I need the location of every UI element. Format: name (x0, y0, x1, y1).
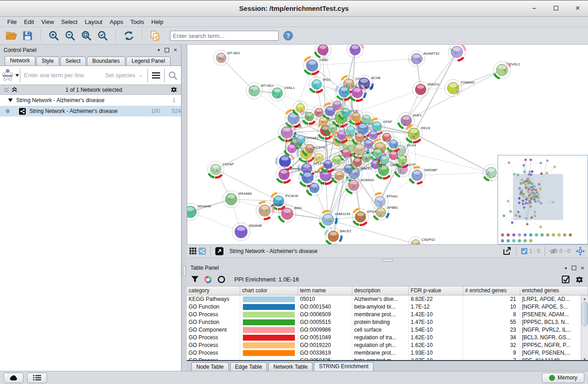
network-node-bace2[interactable]: BACE2 (325, 228, 351, 244)
tab-legend-panel[interactable]: Legend Panel (126, 56, 171, 66)
singleton-node[interactable] (535, 234, 538, 236)
menu-layout[interactable]: Layout (81, 19, 106, 25)
menu-select[interactable]: Select (57, 19, 81, 25)
singleton-node[interactable] (512, 239, 515, 242)
table-row[interactable]: KEGG Pathways05010Alzheimer's dise...8.8… (187, 295, 588, 303)
search-input[interactable] (170, 31, 279, 41)
export-network-icon[interactable] (503, 247, 512, 256)
network-options-gear-icon[interactable] (171, 86, 177, 93)
tab-style[interactable]: Style (36, 56, 59, 66)
table-scrollbar[interactable]: ▲ ▼ (581, 295, 588, 360)
float-panel-icon[interactable]: ▾ (565, 266, 567, 271)
singleton-node[interactable] (507, 234, 509, 236)
tab-boundaries[interactable]: Boundaries (87, 56, 125, 66)
column-header-fdr-p-value[interactable]: FDR p-value (409, 286, 463, 295)
singleton-node[interactable] (501, 234, 504, 236)
tab-edge-table[interactable]: Edge Table (230, 362, 267, 371)
zoom-in-icon[interactable] (47, 29, 61, 42)
close-icon[interactable]: ✕ (574, 4, 582, 12)
ring-icon[interactable] (218, 276, 225, 283)
close-panel-icon[interactable]: ✕ (581, 266, 584, 271)
network-edge[interactable] (216, 169, 279, 201)
table-row[interactable]: GO FunctionGO:0005515protein binding1.47… (187, 318, 588, 326)
dock-panel-icon[interactable] (165, 48, 169, 52)
splitter-handle[interactable] (382, 259, 393, 262)
network-collection-row[interactable]: String Network - Alzheimer's disease 1 (0, 95, 181, 106)
table-row[interactable]: GO ProcessGO:0019220regulation of ph...1… (187, 342, 588, 349)
table-row[interactable]: GO ComponentGO:0009986cell surface1.54E-… (187, 326, 588, 334)
minimize-icon[interactable]: – (530, 4, 538, 12)
network-node[interactable] (448, 45, 465, 61)
select-columns-checkbox-icon[interactable] (562, 276, 570, 284)
singleton-node[interactable] (569, 234, 572, 236)
refresh-icon[interactable] (122, 29, 136, 42)
scroll-up-icon[interactable]: ▲ (581, 295, 588, 302)
birds-eye-view[interactable] (498, 155, 588, 244)
filter-funnel-icon[interactable] (191, 276, 199, 283)
column-header--enriched-genes[interactable]: # enriched genes (463, 286, 520, 295)
network-node-pvrl2[interactable]: PVRL2 (493, 61, 520, 79)
singleton-node[interactable] (541, 234, 543, 236)
open-folder-icon[interactable] (5, 29, 18, 42)
network-node-adamts2[interactable]: ADAMTS2 (408, 51, 440, 67)
network-node-tomm40[interactable]: TOMM40 (445, 80, 474, 97)
settings-gear-icon[interactable] (575, 276, 583, 284)
tab-select[interactable]: Select (60, 56, 86, 66)
network-node-ms4a4a[interactable]: MS4A4A (187, 203, 211, 220)
network-node-mt-nd2[interactable]: MT-ND2 (213, 50, 240, 66)
tree-expand-icon[interactable] (8, 98, 13, 102)
singleton-node[interactable] (552, 234, 555, 236)
tab-network[interactable]: Network (5, 56, 35, 66)
network-edge[interactable] (287, 214, 328, 220)
menu-view[interactable]: View (38, 19, 57, 25)
network-edge[interactable] (400, 150, 491, 173)
singleton-node[interactable] (518, 234, 521, 236)
network-node-cadps2[interactable]: CADPS2 (408, 237, 435, 244)
column-header-enriched-genes[interactable]: enriched genes (520, 286, 588, 295)
singleton-node[interactable] (501, 239, 504, 242)
singleton-node[interactable] (524, 239, 526, 242)
collapse-all-icon[interactable] (4, 87, 9, 93)
menu-edit[interactable]: Edit (20, 19, 38, 25)
network-node-gab2[interactable]: GAB2 (303, 57, 328, 74)
task-list-icon[interactable] (27, 373, 47, 383)
panel-divider[interactable] (181, 45, 187, 371)
menu-help[interactable]: Help (148, 19, 167, 25)
zoom-selected-icon[interactable] (96, 29, 109, 42)
string-logo-icon[interactable]: STRING (0, 69, 20, 82)
column-header-category[interactable]: category (187, 286, 240, 295)
table-row[interactable]: GO ProcessGO:0006509membrane prot...1.42… (187, 311, 588, 318)
network-canvas[interactable]: MT-ND2MT-ND1VSNL1GAB2IRS1CHATBCHETNFACHE… (187, 45, 588, 244)
grid-icon[interactable] (190, 248, 196, 254)
network-edge[interactable] (417, 173, 491, 175)
selected-checkbox-icon[interactable] (521, 248, 527, 254)
network-node-ms4a4e[interactable]: MS4A4E (232, 223, 262, 241)
singleton-node[interactable] (529, 234, 532, 236)
expand-all-icon[interactable] (12, 87, 17, 93)
dock-panel-icon[interactable] (572, 266, 576, 270)
tab-string-enrichment[interactable]: STRING Enrichment (314, 362, 373, 371)
column-header-term-name[interactable]: term name (298, 286, 352, 295)
copy-network-icon[interactable] (148, 29, 162, 42)
singleton-node[interactable] (529, 239, 532, 242)
zoom-fit-icon[interactable] (80, 29, 93, 42)
maximize-icon[interactable] (552, 4, 560, 12)
network-edge[interactable] (190, 212, 241, 232)
singleton-node[interactable] (558, 234, 560, 236)
network-edge[interactable] (453, 70, 502, 88)
network-node-kiaa1149[interactable]: KIAA1149 (319, 211, 350, 228)
birdseye-share-icon[interactable] (199, 248, 206, 255)
cloud-icon[interactable] (4, 373, 24, 383)
singleton-node[interactable] (524, 234, 526, 236)
scrollbar-thumb[interactable] (582, 302, 588, 326)
menu-apps[interactable]: Apps (106, 19, 127, 25)
string-options-icon[interactable] (148, 72, 164, 79)
singleton-node[interactable] (507, 239, 509, 242)
navigate-compass-icon[interactable] (575, 246, 585, 256)
hidden-eye-icon[interactable] (550, 248, 558, 254)
singleton-node[interactable] (546, 234, 549, 236)
table-row[interactable]: GO ProcessGO:0033619membrane prot...1.93… (187, 349, 588, 357)
pie-chart-icon[interactable] (204, 276, 212, 284)
table-row[interactable]: GO ProcessGO:0050435beta-amyloid m...2.0… (187, 357, 588, 360)
scroll-down-icon[interactable]: ▼ (581, 356, 588, 360)
